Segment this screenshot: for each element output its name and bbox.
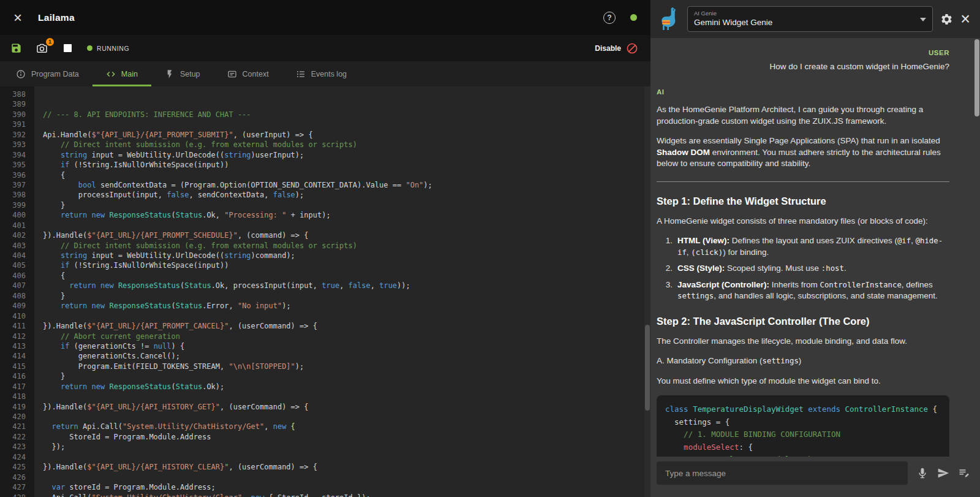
code-line: 417 return new ResponseStatus(Status.Ok)… [0,382,650,392]
tab-main[interactable]: Main [92,61,151,86]
model-select-value: Gemini Widget Genie [694,18,916,27]
ai-message-body: As the HomeGenie Platform Architect, I c… [657,104,949,457]
ai-paragraph: As the HomeGenie Platform Architect, I c… [657,104,949,127]
code-line: 428 Api.Call("System.Utility/ChatHistory… [0,493,650,497]
tab-label: Setup [180,70,200,78]
code-line: 422 StoreId = Program.Module.Address [0,432,650,442]
context-card-icon [227,69,237,79]
tab-context[interactable]: Context [214,61,282,86]
ai-paragraph: The Controller manages the lifecycle, mo… [657,336,949,347]
titlebar: × Lailama ? [0,0,650,35]
code-line: 391 [0,120,650,129]
code-line: 421 return Api.Call("System.Utility/Chat… [0,422,650,431]
info-icon [16,69,26,79]
code-line: 394 string input = WebUtility.UrlDecode(… [0,150,650,160]
code-line: 404 string input = WebUtility.UrlDecode(… [0,251,650,260]
code-line: 409 return new ResponseStatus(Status.Err… [0,301,650,311]
model-select[interactable]: AI Genie Gemini Widget Genie [687,6,933,32]
mic-icon [916,467,929,479]
list-item: 1.HTML (View): Defines the layout and us… [657,235,949,258]
chat-scrollbar[interactable] [974,0,980,497]
edit-note-button[interactable] [958,467,970,479]
list-item: 2.CSS (Style): Scoped styling. Must use … [657,263,949,275]
save-icon [10,42,22,54]
code-area: 388389390// --- 8. API ENDPOINTS: INFERE… [0,89,650,497]
code-line: 412 // Abort current generation [0,332,650,341]
stop-button[interactable] [60,41,75,56]
code-line: 408 } [0,291,650,301]
code-editor[interactable]: 388389390// --- 8. API ENDPOINTS: INFERE… [0,86,650,497]
code-line: 413 if (generationCts != null) { [0,341,650,351]
ai-paragraph: A. Mandatory Configuration (settings) [657,355,949,367]
list-icon [296,69,306,79]
edit-note-icon [958,467,970,479]
user-message: USER How do I create a custom widget in … [657,49,949,71]
model-select-label: AI Genie [694,10,916,17]
code-line: 396 { [0,170,650,180]
settings-button[interactable] [940,13,953,26]
chat-code-block: class TemperatureDisplayWidget extends C… [657,395,949,457]
ai-paragraph: Widgets are essentially Single Page Appl… [657,135,949,170]
numbered-list: 1.HTML (View): Defines the layout and us… [657,235,949,302]
code-line: 415 Program.Emit(FIELD_TOKENS_STREAM, "\… [0,362,650,371]
list-item: 3.JavaScript (Controller): Inherits from… [657,279,949,302]
user-role-label: USER [657,49,949,56]
close-chat-icon[interactable]: × [960,11,970,28]
tabbar: Program Data Main Setup Context Events l… [0,61,650,86]
help-icon[interactable]: ? [603,12,616,24]
tab-events-log[interactable]: Events log [282,61,360,86]
code-line: 405 if (!String.IsNullOrWhiteSpace(input… [0,260,650,270]
code-line: 401 [0,221,650,230]
code-line: 410 [0,311,650,321]
code-line: 395 if (!String.IsNullOrWhiteSpace(input… [0,160,650,170]
app-window: × Lailama ? 1 RUNNING Disable [0,0,980,497]
notification-badge: 1 [46,38,54,46]
chat-header: AI Genie Gemini Widget Genie × [650,0,980,38]
connection-status-dot [630,14,637,21]
section-heading: Step 1: Define the Widget Structure [657,195,949,207]
code-line: 389 [0,99,650,109]
ai-chat-panel: AI Genie Gemini Widget Genie × USER How … [650,0,980,497]
code-line: 420 [0,412,650,422]
code-line: 397 bool sendContextData = (Program.Opti… [0,180,650,190]
chat-scrollbar-thumb[interactable] [974,39,979,116]
code-line: 425}).Handle($"{API_URL}/{API_HISTORY_CL… [0,462,650,472]
code-line: 414 generationCts.Cancel(); [0,351,650,361]
tab-setup[interactable]: Setup [151,61,214,86]
tab-label: Context [243,70,269,78]
close-program-icon[interactable]: × [13,10,22,25]
send-icon [937,467,949,479]
save-button[interactable] [9,41,23,56]
toolbar: 1 RUNNING Disable [0,35,650,61]
code-line: 418 [0,392,650,401]
code-line: 424 [0,452,650,462]
code-line: 392Api.Handle($"{API_URL}/{API_PROMPT_SU… [0,130,650,140]
program-editor-panel: × Lailama ? 1 RUNNING Disable [0,0,650,497]
ai-paragraph: You must define which type of module the… [657,376,949,387]
section-heading: Step 2: The JavaScript Controller (The C… [657,316,949,327]
editor-scrollbar[interactable] [644,86,650,497]
mic-button[interactable] [916,467,929,479]
ai-role-label: AI [657,88,949,96]
capture-button[interactable]: 1 [34,41,49,56]
editor-scrollbar-thumb[interactable] [645,325,650,411]
code-line: 406 { [0,271,650,281]
code-line: 427 var storeId = Program.Module.Address… [0,482,650,492]
chevron-down-icon [920,18,926,21]
tab-program-data[interactable]: Program Data [2,61,92,86]
tab-label: Events log [311,70,347,78]
code-line: 426 [0,472,650,482]
camera-icon [36,42,48,54]
stop-icon [64,44,72,52]
message-input[interactable] [657,461,908,485]
code-line: 393 // Direct intent submission (e.g. fr… [0,140,650,150]
code-line: 419}).Handle($"{API_URL}/{API_HISTORY_GE… [0,402,650,412]
ai-paragraph: A HomeGenie widget consists of three man… [657,216,949,227]
code-line: 399 } [0,200,650,210]
send-button[interactable] [937,467,949,479]
disable-button[interactable]: Disable [595,42,638,55]
running-label: RUNNING [97,45,129,52]
llama-logo-icon [658,7,680,31]
tab-label: Main [121,70,138,78]
chat-messages[interactable]: USER How do I create a custom widget in … [650,38,980,457]
